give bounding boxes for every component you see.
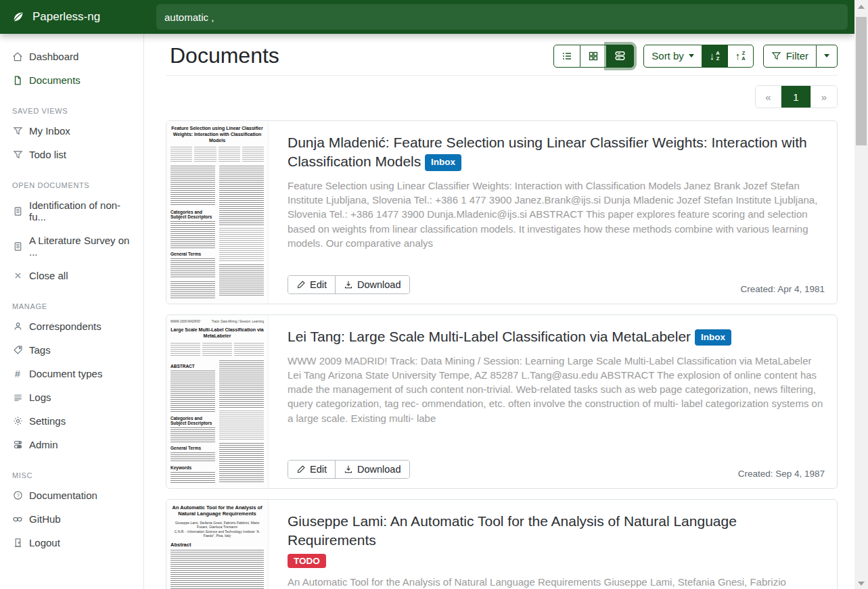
sidebar-item-logs[interactable]: Logs [0,385,143,409]
thumb-authors: Giuseppe Lami, Stefania Gnesi, Fabrizio … [175,521,260,529]
document-title[interactable]: Dunja Mladenić: Feature Selection using … [288,133,825,172]
thumb-section: General Terms [170,252,215,256]
scroll-down-arrow-icon[interactable] [858,582,865,586]
card-action-group: Edit Download [288,460,410,479]
documents-icon [12,75,23,86]
download-icon [344,465,353,474]
sidebar-item-my-inbox[interactable]: My Inbox [0,119,143,143]
scrollbar-thumb[interactable] [856,17,867,145]
view-list-button[interactable] [553,45,580,68]
document-title[interactable]: Giuseppe Lami: An Automatic Tool for the… [288,512,825,550]
sidebar-section-manage: MANAGE [0,287,143,314]
funnel-icon [12,126,23,137]
toolbar: Sort by ↓AZ ↑ZA Filter [553,45,838,68]
sidebar-item-label: Document types [29,368,102,379]
thumb-text-block [170,452,215,462]
sidebar-item-label: Identification of non-fu... [29,199,131,222]
document-thumbnail[interactable]: An Automatic Tool for the Analysis of Na… [166,500,269,589]
tag-badge-inbox[interactable]: Inbox [695,329,731,346]
sidebar-item-document-types[interactable]: # Document types [0,362,143,385]
sidebar-item-label: Tags [29,344,51,356]
sidebar-item-dashboard[interactable]: Dashboard [0,45,143,68]
tag-badge-todo[interactable]: TODO [288,554,326,568]
pagination-page-1[interactable]: 1 [781,86,811,108]
thumb-text-block [170,281,215,299]
download-label: Download [357,464,401,475]
sidebar-item-admin[interactable]: Admin [0,433,143,456]
app-brand[interactable]: Paperless-ng [0,0,144,34]
thumb-section: Categories and Subject Descriptors [170,416,215,425]
view-grid-button[interactable] [580,45,607,68]
brand-label: Paperless-ng [32,10,100,24]
pencil-icon [296,280,306,289]
sidebar-item-label: Logout [29,537,60,548]
sidebar-item-documentation[interactable]: ? Documentation [0,484,143,507]
thumb-text-block [170,550,264,589]
pagination-next[interactable]: » [811,86,837,108]
sidebar-item-open-doc-2[interactable]: A Literature Survey on ... [0,229,143,264]
thumb-affiliation: C.N.R. - Information Science and Technol… [175,529,260,538]
pencil-icon [296,465,306,474]
thumb-text-block [170,371,215,413]
doc-text-icon [12,206,23,216]
thumb-author-col [242,147,264,162]
funnel-icon [771,51,781,61]
sidebar-item-label: Admin [29,439,58,450]
scroll-up-arrow-icon[interactable] [858,5,865,9]
edit-button[interactable]: Edit [288,461,335,478]
document-excerpt: An Automatic Tool for the Analysis of Na… [288,575,825,589]
sidebar-item-label: Logs [29,392,51,403]
created-date: Created: Apr 4, 1981 [740,284,825,294]
sort-ascending-button[interactable]: ↓AZ [702,45,728,68]
filter-button[interactable]: Filter [763,45,817,68]
sidebar-item-tags[interactable]: Tags [0,338,143,362]
document-title-text: Giuseppe Lami: An Automatic Tool for the… [288,513,737,548]
document-card[interactable]: Feature Selection using Linear Classifie… [166,120,838,304]
toggles-icon [12,440,23,450]
sidebar-item-logout[interactable]: Logout [0,531,143,555]
page-scrollbar[interactable] [854,0,868,589]
thumb-section: ABSTRACT [170,364,215,369]
sidebar-item-label: Correspondents [29,321,101,332]
person-icon [12,321,23,332]
sidebar-item-label: Close all [29,270,68,281]
download-button[interactable]: Download [335,276,409,293]
sort-by-dropdown[interactable]: Sort by [643,45,702,68]
view-details-button[interactable] [607,45,634,68]
sidebar-item-documents[interactable]: Documents [0,68,143,92]
edit-label: Edit [310,279,327,290]
thumb-author-col [194,147,216,162]
search-input[interactable] [156,4,848,30]
sidebar-item-label: My Inbox [29,125,70,137]
chevron-down-icon [689,54,694,57]
home-icon [12,51,23,62]
document-thumbnail[interactable]: WWW 2009 MADRID! Track: Data Mining / Se… [166,315,269,488]
edit-button[interactable]: Edit [288,276,335,293]
filter-dropdown-button[interactable] [817,45,838,68]
sidebar-item-open-doc-1[interactable]: Identification of non-fu... [0,193,143,229]
filter-group: Filter [763,45,838,68]
sidebar-item-close-all[interactable]: Close all [0,264,143,287]
close-icon [12,270,23,281]
tag-badge-inbox[interactable]: Inbox [425,154,461,170]
document-thumbnail[interactable]: Feature Selection using Linear Classifie… [166,121,269,304]
download-button[interactable]: Download [335,461,409,478]
sidebar-item-label: Dashboard [29,51,78,62]
sidebar-item-github[interactable]: GitHub [0,507,143,531]
thumb-title: Large Scale Multi-Label Classification v… [170,327,264,339]
sort-alpha-up-icon: ↑ZA [735,50,746,62]
document-title[interactable]: Lei Tang: Large Scale Multi-Label Classi… [288,327,825,346]
thumb-section: Abstract [170,542,264,548]
grid-icon [588,51,599,62]
created-date: Created: Sep 4, 1987 [738,469,825,479]
gear-icon [12,416,23,427]
sidebar-item-todo-list[interactable]: Todo list [0,143,143,166]
thumb-title: An Automatic Tool for the Analysis of Na… [170,504,264,517]
document-excerpt: Feature Selection using Linear Classifie… [288,179,825,250]
sidebar-item-correspondents[interactable]: Correspondents [0,314,143,338]
document-card[interactable]: An Automatic Tool for the Analysis of Na… [166,499,838,589]
sort-descending-button[interactable]: ↑ZA [728,45,754,68]
document-card[interactable]: WWW 2009 MADRID! Track: Data Mining / Se… [166,314,838,489]
pagination-prev[interactable]: « [756,86,781,108]
sidebar-item-settings[interactable]: Settings [0,409,143,433]
